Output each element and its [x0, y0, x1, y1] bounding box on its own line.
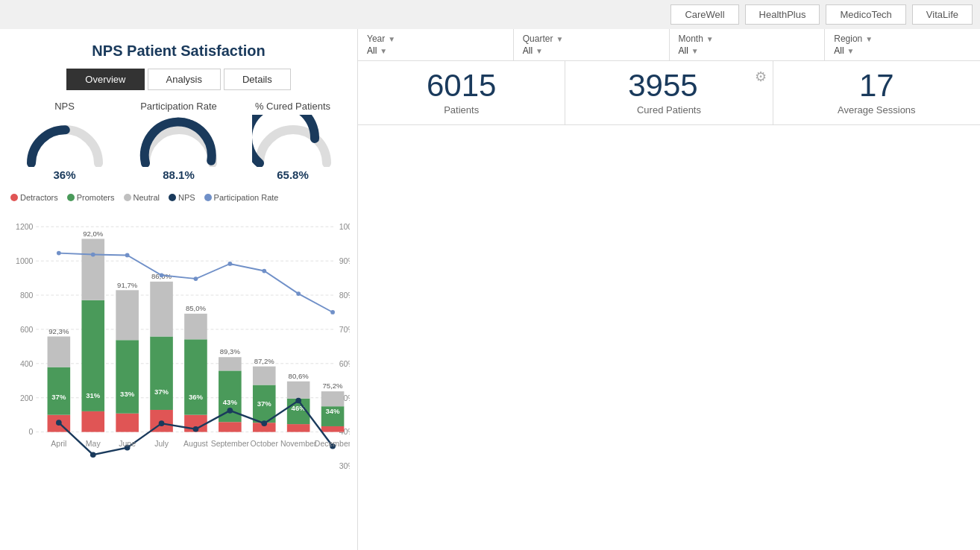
gauges-section: NPS 36% Participation Rate	[7, 98, 350, 184]
bar-dec-neu	[321, 391, 345, 406]
nps-dot-sep	[227, 408, 233, 414]
gauge-cured: % Cured Patients 65.8%	[236, 98, 350, 184]
cured-desc: Cured Patients	[571, 104, 766, 116]
nav-tabs: Overview Analysis Details	[7, 69, 350, 90]
month-chevron: ▼	[706, 35, 714, 43]
bar-dec-det	[321, 426, 345, 432]
svg-text:75,2%: 75,2%	[323, 382, 344, 390]
nps-dot-oct	[261, 420, 267, 426]
bar-july-neu	[150, 282, 173, 337]
promoters-dot	[67, 194, 75, 201]
tab-details[interactable]: Details	[224, 69, 291, 90]
svg-text:33%: 33%	[120, 390, 135, 398]
filter-quarter: Quarter ▼ All ▼	[514, 29, 670, 60]
nps-dot-nov	[295, 398, 301, 404]
svg-text:90%: 90%	[339, 256, 350, 265]
svg-text:December: December	[315, 439, 350, 448]
svg-text:37%: 37%	[51, 393, 66, 401]
bar-nov-det	[287, 424, 310, 432]
bar-july-pro	[150, 336, 173, 409]
filter-year: Year ▼ All ▼	[358, 29, 514, 60]
quarter-chevron: ▼	[556, 35, 563, 43]
bar-april-pro	[48, 367, 71, 415]
svg-text:April: April	[51, 439, 66, 448]
svg-text:1200: 1200	[16, 222, 34, 231]
legend-neutral: Neutral	[124, 193, 160, 202]
svg-text:92,0%: 92,0%	[83, 230, 104, 238]
bar-sep-neu	[219, 357, 242, 370]
bar-aug-pro	[184, 339, 207, 414]
svg-text:80%: 80%	[339, 291, 350, 300]
bar-sep-det	[219, 422, 242, 432]
stat-sessions: 17 Average Sessions	[773, 61, 980, 124]
gauge-nps: NPS 36%	[7, 98, 122, 184]
part-dot-aug	[194, 276, 198, 281]
nps-dot	[169, 194, 176, 201]
legend-nps: NPS	[169, 193, 195, 202]
stats-row: 6015 Patients ⚙ 3955 Cured Patients 17 A…	[358, 61, 980, 125]
left-panel: NPS Patient Satisfaction Overview Analys…	[0, 29, 358, 550]
svg-text:31%: 31%	[86, 391, 101, 399]
svg-text:30%: 30%	[339, 461, 350, 470]
part-dot-dec	[330, 310, 335, 314]
bar-oct-neu	[253, 367, 276, 385]
bar-june-neu	[116, 290, 139, 340]
tab-analysis[interactable]: Analysis	[148, 69, 221, 90]
svg-text:June: June	[119, 439, 136, 448]
svg-text:37%: 37%	[257, 399, 272, 408]
svg-text:92,3%: 92,3%	[48, 327, 69, 335]
svg-text:October: October	[251, 439, 279, 448]
bar-june-pro	[116, 340, 139, 413]
svg-text:November: November	[280, 439, 317, 448]
part-dot-may	[91, 253, 95, 257]
svg-text:1000: 1000	[16, 256, 34, 265]
part-dot-july	[160, 273, 164, 277]
title-section: NPS Patient Satisfaction	[7, 37, 350, 64]
sessions-desc: Average Sessions	[779, 104, 974, 116]
svg-text:600: 600	[20, 325, 34, 334]
svg-text:0: 0	[29, 427, 34, 436]
brand-healthplus[interactable]: HealthPlus	[745, 4, 820, 25]
svg-text:87,2%: 87,2%	[254, 357, 275, 365]
brand-bar: CareWell HealthPlus MedicoTech VitaLife	[0, 0, 980, 29]
filter-bar: Year ▼ All ▼ Quarter ▼ All ▼	[358, 29, 980, 61]
stat-patients: 6015 Patients	[358, 61, 565, 124]
svg-text:80,6%: 80,6%	[289, 372, 310, 380]
cured-number: 3955	[571, 70, 766, 101]
patients-desc: Patients	[364, 104, 559, 116]
svg-text:91,7%: 91,7%	[117, 281, 138, 289]
svg-text:100%: 100%	[339, 222, 350, 231]
svg-text:70%: 70%	[339, 325, 350, 334]
part-dot-sep	[227, 262, 232, 266]
part-dot-nov	[296, 291, 301, 296]
svg-text:August: August	[183, 439, 208, 448]
legend-promoters: Promoters	[67, 193, 115, 202]
bar-chart: 1200 1000 800 600 400 200 0 100% 90% 80%…	[7, 206, 350, 482]
nps-dot-may	[90, 452, 96, 458]
nps-dot-aug	[193, 426, 199, 432]
svg-text:September: September	[211, 439, 250, 448]
svg-text:400: 400	[20, 359, 34, 368]
year-chevron: ▼	[388, 35, 395, 43]
brand-carewell[interactable]: CareWell	[670, 4, 738, 25]
participation-value: 88.1%	[125, 168, 233, 181]
bar-may-det	[81, 411, 104, 432]
bar-april-neu	[48, 336, 71, 367]
gauge-participation: Participation Rate 88.1%	[122, 98, 236, 184]
svg-text:60%: 60%	[339, 359, 350, 368]
cured-value: 65.8%	[239, 168, 347, 181]
tab-overview[interactable]: Overview	[66, 69, 144, 90]
bar-june-det	[116, 414, 139, 432]
part-dot-oct	[262, 269, 266, 274]
svg-text:July: July	[154, 439, 169, 448]
legend-participation: Participation Rate	[204, 193, 279, 202]
settings-icon: ⚙	[755, 69, 767, 85]
brand-vitalife[interactable]: VitaLife	[912, 4, 973, 25]
svg-text:34%: 34%	[325, 407, 340, 415]
svg-text:May: May	[86, 439, 101, 448]
svg-text:85,0%: 85,0%	[186, 304, 207, 312]
filter-region: Region ▼ All ▼	[825, 29, 980, 60]
nps-dot-april	[56, 420, 62, 426]
brand-medicotech[interactable]: MedicoTech	[826, 4, 905, 25]
filter-month: Month ▼ All ▼	[670, 29, 826, 60]
